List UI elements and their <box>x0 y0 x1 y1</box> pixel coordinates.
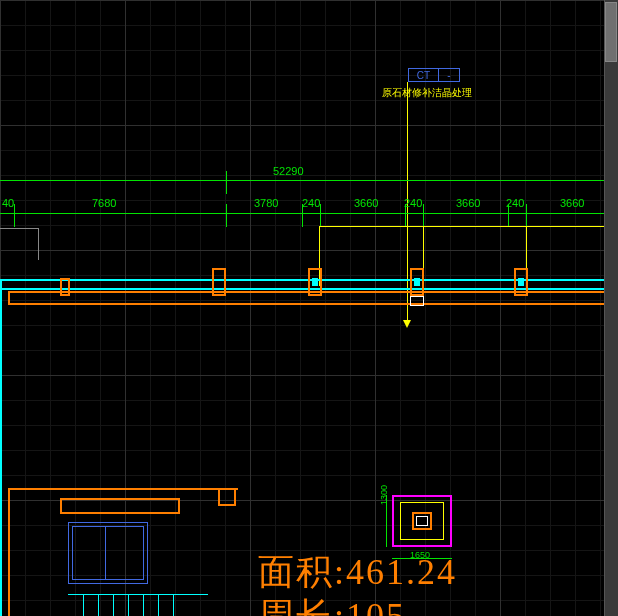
elevator-inner <box>72 526 144 580</box>
dim-tick <box>226 204 227 227</box>
dim-line-total <box>0 180 604 181</box>
dim-seg3: 3780 <box>254 197 278 209</box>
area-label: 面积:461.24 <box>258 548 457 597</box>
dim-seg4: 240 <box>302 197 320 209</box>
dim-seg1: 40 <box>2 197 14 209</box>
wall-segment <box>60 498 180 514</box>
perimeter-value: 105 <box>346 596 406 616</box>
column-fill <box>518 278 524 286</box>
callout-dash: - <box>439 69 459 81</box>
dim-total: 52290 <box>273 165 304 177</box>
column-marker <box>212 268 226 296</box>
yellow-hline <box>319 226 604 227</box>
column-fill <box>312 278 318 286</box>
wall-segment <box>218 488 236 506</box>
callout-tag[interactable]: CT - <box>408 68 460 82</box>
cad-viewport[interactable]: CT - 原石材修补洁晶处理 52290 40 7680 3780 240 36… <box>0 0 618 616</box>
leader-arrow-icon <box>403 320 411 328</box>
col-dim-line-v <box>386 495 387 547</box>
dim-seg5: 3660 <box>354 197 378 209</box>
dim-seg2: 7680 <box>92 197 116 209</box>
dim-tick <box>508 204 509 227</box>
area-value: 461.24 <box>346 552 457 592</box>
dim-tick <box>320 204 321 227</box>
dim-tick <box>526 204 527 227</box>
dim-seg6: 240 <box>404 197 422 209</box>
dim-tick <box>405 204 406 227</box>
dim-tick <box>302 204 303 227</box>
column-marker <box>60 278 70 296</box>
column-dim-h: 1300 <box>379 485 389 505</box>
column-fill <box>414 278 420 286</box>
wall-cyan-left <box>0 279 2 616</box>
dim-tick <box>14 204 15 227</box>
scrollbar-thumb[interactable] <box>605 2 617 62</box>
dim-tick <box>423 204 424 227</box>
perimeter-label: 周长:105 <box>258 592 406 616</box>
perimeter-label-text: 周长: <box>258 596 346 616</box>
column-core-inner <box>416 516 428 526</box>
scrollbar-vertical[interactable] <box>604 0 618 616</box>
callout-code: CT <box>409 69 439 81</box>
column-white <box>410 296 424 306</box>
dim-seg7: 3660 <box>456 197 480 209</box>
stair-block <box>68 594 208 616</box>
wall-outline <box>38 246 608 260</box>
callout-note: 原石材修补洁晶处理 <box>382 86 472 100</box>
wall-outline <box>0 228 39 258</box>
dim-seg9: 3660 <box>560 197 584 209</box>
elevator-divider <box>105 526 106 580</box>
area-label-text: 面积: <box>258 552 346 592</box>
dim-tick <box>226 171 227 194</box>
